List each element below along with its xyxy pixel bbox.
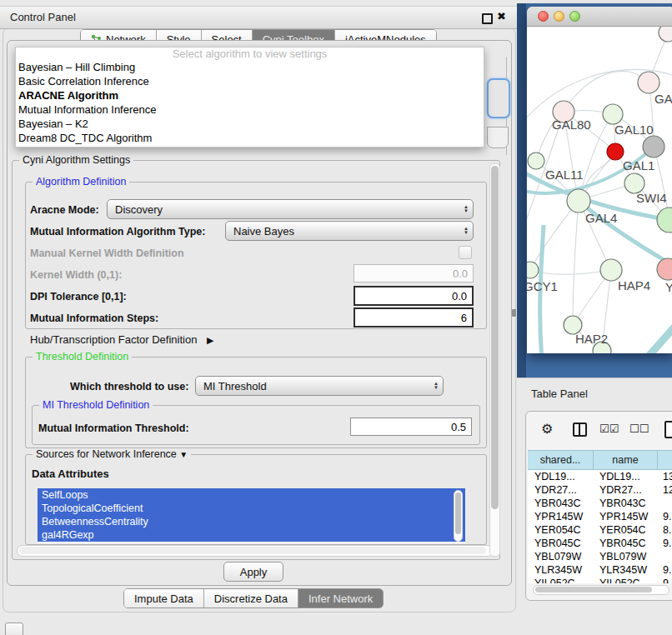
network-node[interactable] [657,258,672,280]
algorithm-popup-item[interactable]: Dream8 DC_TDC Algorithm [16,131,484,145]
threshold-definition-title: Threshold Definition [33,351,132,362]
table-cell: YDL19... [593,470,656,483]
data-attributes-list[interactable]: SelfLoopsTopologicalCoefficientBetweenne… [38,488,465,543]
table-row[interactable]: YBR045CYBR045C9. [528,537,672,550]
expander-arrow-icon: ▶ [207,335,213,345]
aracne-mode-label: Aracne Mode: [30,204,99,216]
network-node[interactable] [607,143,624,160]
mi-steps-field[interactable]: 6 [354,308,474,328]
table-cell: 12 [656,483,672,497]
network-node[interactable] [638,72,659,93]
table-cell: 9 [656,577,672,583]
table-column-header[interactable]: shared... [528,450,594,470]
mi-threshold-group-title: MI Threshold Definition [39,399,153,411]
network-graph: GALGAL80GAL10GAL1GAL11SWI4GAL4GCY1HAP4YH… [527,27,672,353]
data-attribute-item[interactable]: BetweennessCentrality [38,515,465,528]
cyni-settings-title: Cyni Algorithm Settings [19,154,133,166]
manual-kernel-width-checkbox[interactable] [459,246,472,259]
float-panel-icon[interactable] [482,13,493,24]
sources-group-title: Sources for Network Inference ▼ [33,448,191,460]
data-attribute-item[interactable]: SelfLoops [38,488,465,502]
network-canvas[interactable]: GALGAL80GAL10GAL1GAL11SWI4GAL4GCY1HAP4YH… [527,27,672,353]
table-row[interactable]: YDL19...YDL19...13 [528,470,672,483]
tab-infer-network[interactable]: Infer Network [298,589,383,608]
network-node-label: GAL11 [545,168,584,182]
table-column-header[interactable]: name [594,450,658,470]
network-node[interactable] [603,104,623,124]
export-table-icon[interactable] [664,421,672,438]
table-cell: YPR145W [528,510,593,523]
hub-definition-expander[interactable]: Hub/Transcription Factor Definition ▶ [30,333,213,346]
data-attribute-item[interactable]: gal4RGexp [38,528,465,542]
settings-hscrollbar[interactable] [17,545,494,557]
stepper-icon: ▲▼ [459,205,473,213]
node-table[interactable]: shared...nameA YDL19...YDL19...13YDR27..… [528,450,672,583]
table-cell: 9. [656,563,672,577]
network-node[interactable] [527,262,539,278]
table-row[interactable]: YBL079WYBL079W [528,550,672,563]
network-node[interactable] [567,189,590,212]
deselect-all-icon[interactable]: ☐☐ [629,422,649,435]
network-node-label: HAP2 [575,332,608,346]
table-cell [656,497,672,510]
table-cell: YIL052C [593,577,656,583]
algorithm-popup-prompt: Select algorithm to view settings [16,48,484,60]
table-hscrollbar[interactable] [533,585,669,595]
table-row[interactable]: YPR145WYPR145W9. [528,510,672,523]
collapse-arrow-icon[interactable]: ▼ [179,450,188,459]
select-all-icon[interactable]: ☑☑ [599,422,619,435]
table-body: YDL19...YDL19...13YDR27...YDR27...12YBR0… [528,470,672,583]
close-window-icon[interactable] [538,11,549,22]
tab-impute-data[interactable]: Impute Data [124,589,204,608]
attributes-scrollbar[interactable] [454,490,463,542]
network-node[interactable] [657,208,672,232]
table-row[interactable]: YER054CYER054C8. [528,523,672,537]
mi-steps-label: Mutual Information Steps: [30,312,158,324]
network-node[interactable] [659,27,672,42]
manual-kernel-width-label: Manual Kernel Width Definition [30,248,184,259]
mi-threshold-field[interactable]: 0.5 [350,418,472,436]
network-node-label: GAL4 [585,211,617,225]
network-window-titlebar [527,7,672,27]
settings-vscrollbar[interactable] [489,163,500,557]
dpi-tolerance-field[interactable]: 0.0 [354,286,474,306]
gear-icon[interactable]: ⚙ [541,421,553,437]
network-node-label: GAL1 [623,158,654,172]
minimized-panel-button[interactable] [5,622,23,635]
close-panel-icon[interactable]: ✖ [497,10,506,22]
algorithm-popup-item[interactable]: Bayesian – Hill Climbing [16,60,484,74]
aracne-mode-combo[interactable]: Discovery ▲▼ [107,199,474,219]
apply-button[interactable]: Apply [223,562,283,582]
table-row[interactable]: YIL052CYIL052C9 [528,577,672,583]
network-node-label: HAP4 [618,278,650,292]
panel-resize-grip[interactable] [512,309,516,317]
algorithm-popup-item[interactable]: Basic Correlation Inference [16,74,484,88]
kernel-width-field[interactable]: 0.0 [354,264,474,282]
table-panel-title: Table Panel [531,388,588,400]
network-node-label: Y [665,280,672,294]
which-threshold-combo[interactable]: MI Threshold ▲▼ [195,376,444,396]
algorithm-popup-item[interactable]: Bayesian – K2 [16,117,484,131]
tab-discretize-data[interactable]: Discretize Data [204,589,298,608]
algorithm-popup-item[interactable]: Mutual Information Inference [16,102,484,117]
algorithm-popup-item[interactable]: ARACNE Algorithm [16,88,484,102]
network-node[interactable] [528,152,544,169]
mi-algorithm-type-combo[interactable]: Naive Bayes ▲▼ [225,221,474,241]
table-cell: YIL052C [528,577,593,583]
table-cell: 13 [656,470,672,483]
table-column-header[interactable]: A [658,450,672,470]
table-row[interactable]: YBR043CYBR043C [528,497,672,510]
table-cell: YBL079W [593,550,656,563]
network-nodes [527,27,672,353]
table-row[interactable]: YLR345WYLR345W9. [528,563,672,577]
minimize-window-icon[interactable] [554,11,564,22]
table-header-row: shared...nameA [528,450,672,470]
algorithm-popup-list: Bayesian – Hill ClimbingBasic Correlatio… [16,60,484,145]
network-node[interactable] [643,136,664,158]
data-attribute-item[interactable]: TopologicalCoefficient [38,502,465,515]
which-threshold-value: MI Threshold [196,380,429,392]
algorithm-combo-stepper-fragment[interactable] [487,78,510,118]
zoom-window-icon[interactable] [569,11,580,22]
columns-icon[interactable] [573,422,587,437]
table-row[interactable]: YDR27...YDR27...12 [528,483,672,497]
